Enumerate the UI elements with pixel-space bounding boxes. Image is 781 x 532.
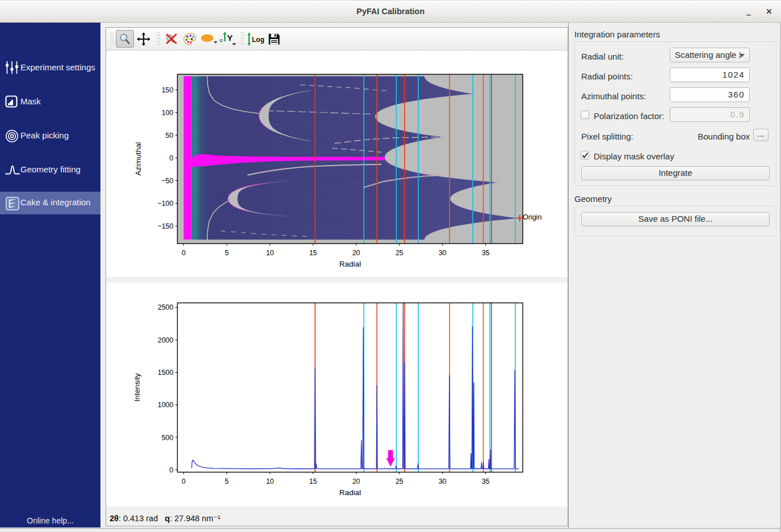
svg-text:Y: Y <box>227 33 233 43</box>
svg-text:20: 20 <box>352 249 360 257</box>
svg-text:15: 15 <box>309 478 317 485</box>
svg-text:Radial: Radial <box>339 260 361 268</box>
svg-text:35: 35 <box>482 249 490 257</box>
svg-text:35: 35 <box>482 478 490 485</box>
svg-text:30: 30 <box>439 249 447 257</box>
svg-text:0: 0 <box>170 154 174 162</box>
svg-text:2000: 2000 <box>158 336 174 344</box>
svg-text:100: 100 <box>162 109 174 117</box>
svg-text:−50: −50 <box>161 177 173 185</box>
svg-text:0: 0 <box>170 466 174 474</box>
svg-text:5: 5 <box>225 249 229 257</box>
svg-text:−150: −150 <box>157 222 173 230</box>
svg-text:50: 50 <box>166 132 174 140</box>
svg-text:25: 25 <box>396 249 404 257</box>
svg-text:5: 5 <box>225 478 229 485</box>
svg-text:Azimuthal: Azimuthal <box>134 142 142 176</box>
svg-text:20: 20 <box>352 478 360 485</box>
svg-text:0: 0 <box>182 478 186 485</box>
svg-text:2500: 2500 <box>158 303 174 311</box>
svg-text:10: 10 <box>266 249 274 257</box>
svg-text:1500: 1500 <box>158 369 174 377</box>
svg-text:Radial: Radial <box>339 488 361 497</box>
svg-text:Log: Log <box>252 35 264 43</box>
svg-text:10: 10 <box>266 478 274 485</box>
svg-text:Origin: Origin <box>523 213 541 221</box>
svg-text:15: 15 <box>309 249 317 257</box>
svg-text:−100: −100 <box>157 200 173 208</box>
svg-text:o: o <box>220 37 222 43</box>
svg-text:30: 30 <box>439 478 447 485</box>
svg-text:1000: 1000 <box>158 401 174 409</box>
svg-text:25: 25 <box>396 478 404 485</box>
svg-text:Intensity: Intensity <box>133 373 141 402</box>
svg-text:0: 0 <box>182 249 186 257</box>
svg-text:150: 150 <box>162 86 174 94</box>
svg-text:500: 500 <box>162 434 174 442</box>
